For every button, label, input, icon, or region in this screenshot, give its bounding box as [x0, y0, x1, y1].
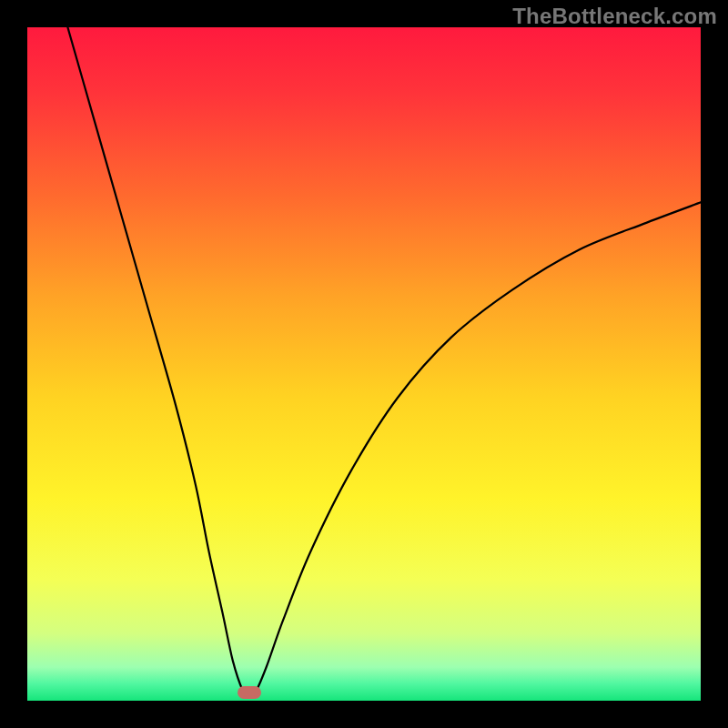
- outer-frame: TheBottleneck.com: [0, 0, 728, 728]
- plot-area: [27, 27, 701, 701]
- optimal-point-marker: [238, 686, 261, 699]
- watermark-text: TheBottleneck.com: [512, 4, 717, 29]
- bottleneck-curve: [27, 27, 701, 701]
